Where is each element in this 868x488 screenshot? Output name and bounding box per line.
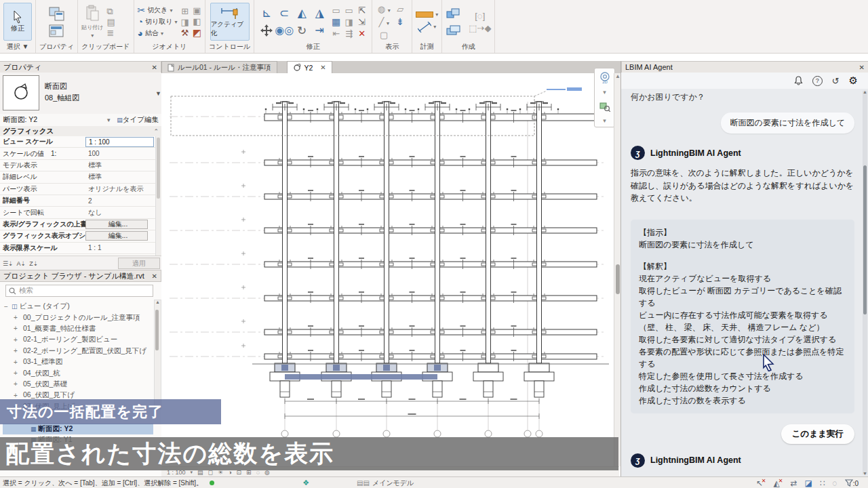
- main-model-label[interactable]: メインモデル: [372, 479, 414, 488]
- create-parts-icon[interactable]: [◌]: [475, 12, 485, 20]
- extend-icon[interactable]: ⇶: [345, 29, 353, 38]
- apply-button[interactable]: 適用: [118, 258, 160, 269]
- copy-modify-icon[interactable]: ◉◎: [275, 25, 294, 36]
- select-links-icon[interactable]: ◌: [833, 479, 837, 488]
- tree-item[interactable]: +02-2_ボーリング_配置図_伏図_見下げ: [3, 346, 153, 357]
- split-icon[interactable]: ▭: [332, 6, 340, 15]
- type-selector[interactable]: 断面図 08_軸組図 ▼: [0, 73, 167, 119]
- demolish-hammer-icon[interactable]: ⚒: [181, 28, 189, 37]
- edit-in-place-icon[interactable]: ◭✕: [774, 478, 783, 488]
- drawing-canvas[interactable]: [161, 73, 614, 466]
- properties-scrollbar[interactable]: [155, 136, 161, 256]
- worksets-icon[interactable]: ❖: [302, 479, 309, 487]
- offset-icon[interactable]: ⊂: [279, 7, 289, 19]
- exclude-options-icon[interactable]: ↖✕: [756, 478, 766, 488]
- cut-label[interactable]: 切り取り: [145, 17, 172, 26]
- trim-corner-icon[interactable]: ⇤: [332, 29, 340, 38]
- tree-item[interactable]: +02-1_ボーリング_製図ビュー: [3, 334, 153, 345]
- array-icon[interactable]: ▦: [332, 17, 340, 26]
- match-type-icon[interactable]: ⧉: [107, 7, 115, 16]
- tab-y2[interactable]: Y2 ✕: [287, 61, 332, 73]
- tab-rules[interactable]: ルール01 - ルール・注意事項: [161, 61, 277, 73]
- tree-expander-icon[interactable]: +: [12, 392, 19, 399]
- modify-button[interactable]: 修正: [3, 3, 32, 41]
- instance-caret-icon[interactable]: ▼: [106, 117, 111, 123]
- tree-item[interactable]: +03-1_標準図: [3, 357, 153, 367]
- notification-bell-icon[interactable]: [794, 76, 803, 85]
- tree-expander-icon[interactable]: +: [12, 325, 19, 332]
- ai-close-icon[interactable]: ✕: [859, 64, 865, 71]
- instance-selector[interactable]: 断面図: Y2: [0, 115, 106, 125]
- cutaway-icon[interactable]: ⇟: [396, 17, 404, 26]
- move-icon[interactable]: [260, 24, 273, 37]
- panel-label-measure[interactable]: 計測: [416, 42, 438, 53]
- beam-joins-icon[interactable]: ◨: [181, 18, 189, 26]
- select-underlay-icon[interactable]: ⇄: [790, 479, 797, 488]
- select-pinned-icon[interactable]: ◪: [805, 479, 812, 488]
- settings-gear-icon[interactable]: ⚙: [849, 75, 858, 87]
- sort-az-icon[interactable]: A⇣: [17, 260, 26, 267]
- mirror-axis-icon[interactable]: ◭: [298, 7, 307, 19]
- type-edit-button[interactable]: タイプ編集: [123, 115, 161, 125]
- split-gap-icon[interactable]: ▭: [345, 6, 353, 15]
- properties-palette-icon[interactable]: [49, 24, 65, 38]
- graphics-section-header[interactable]: グラフィックス: [3, 127, 54, 136]
- zoom-region-icon[interactable]: [599, 102, 610, 112]
- paint-icon[interactable]: ◩: [193, 28, 201, 37]
- tab-close-icon[interactable]: ✕: [320, 64, 326, 71]
- search-box[interactable]: 検索: [5, 285, 153, 297]
- browser-close-icon[interactable]: ✕: [152, 272, 157, 280]
- chat-scroll-up-icon[interactable]: ▲: [863, 89, 867, 94]
- paste-icon[interactable]: [85, 5, 100, 22]
- pin-icon[interactable]: ⇲: [358, 18, 366, 26]
- properties-close-icon[interactable]: ✕: [152, 64, 157, 71]
- panel-label-modify[interactable]: 修正: [258, 42, 368, 53]
- tree-item[interactable]: +04_伏図_杭: [3, 367, 153, 378]
- tree-expander-icon[interactable]: +: [12, 359, 19, 366]
- sort-icon[interactable]: ☰⇣: [3, 260, 14, 267]
- edit-button[interactable]: 編集...: [85, 231, 148, 241]
- trim-icon[interactable]: ⇥: [315, 25, 324, 36]
- create-assembly-icon[interactable]: [446, 24, 463, 37]
- tree-item[interactable]: +05_伏図_基礎: [3, 379, 153, 390]
- tree-item[interactable]: +00_プロジェクトのルール_注意事項: [3, 312, 153, 323]
- align-icon[interactable]: ⊾: [262, 7, 271, 19]
- tree-expander-icon[interactable]: +: [12, 347, 19, 354]
- tree-item[interactable]: ▦断面図: Y2: [3, 424, 153, 434]
- tree-item[interactable]: −◫ビュー (タイプ): [3, 301, 153, 312]
- history-icon[interactable]: ↺: [832, 76, 840, 86]
- sort-za-icon[interactable]: Z⇣: [29, 260, 38, 267]
- filter-icon[interactable]: :0: [845, 479, 859, 488]
- tree-expander-icon[interactable]: +: [12, 314, 19, 321]
- panel-label-create[interactable]: 作成: [446, 42, 491, 53]
- steering-wheel-icon[interactable]: 2D: [599, 71, 611, 83]
- edit-button[interactable]: 編集...: [85, 220, 148, 229]
- displace-icon[interactable]: ▢: [380, 30, 388, 39]
- ruler-icon[interactable]: [416, 12, 433, 18]
- tree-expander-icon[interactable]: −: [3, 303, 9, 310]
- measure-line-icon[interactable]: [418, 22, 431, 33]
- paste-label[interactable]: 貼り付け: [81, 24, 103, 31]
- join-label[interactable]: 結合: [145, 28, 159, 38]
- properties-window-icon[interactable]: [48, 6, 66, 22]
- unpin-icon[interactable]: ⇱: [358, 6, 366, 15]
- chat-scroll-down-icon[interactable]: ▼: [863, 471, 867, 476]
- tree-expander-icon[interactable]: +: [12, 380, 19, 388]
- tree-expander-icon[interactable]: +: [12, 336, 19, 344]
- copy-icon[interactable]: ▤: [107, 18, 115, 26]
- panel-label-clipboard[interactable]: クリップボード: [81, 42, 130, 53]
- tree-item[interactable]: +01_概要書_特記仕様書: [3, 323, 153, 334]
- rotate-icon[interactable]: ↻: [297, 25, 307, 37]
- profile-icon[interactable]: ◧: [193, 17, 201, 26]
- linework-icon[interactable]: ╱ ▾: [379, 18, 389, 26]
- mirror-draw-icon[interactable]: ◮: [315, 7, 324, 19]
- panel-label-geometry[interactable]: ジオメトリ: [138, 42, 201, 53]
- wheel-caret-icon[interactable]: ▾: [603, 89, 606, 96]
- spotlight-icon[interactable]: ◍ ▾: [378, 5, 391, 14]
- panel-label-control[interactable]: コントロール: [209, 42, 250, 53]
- cope-label[interactable]: 切欠き: [147, 5, 167, 15]
- unjoin-icon[interactable]: ▣: [193, 6, 201, 15]
- drag-elements-icon[interactable]: ∷: [820, 479, 825, 488]
- create-group-icon[interactable]: [446, 7, 462, 21]
- zoom-caret-icon[interactable]: ▾: [603, 117, 606, 124]
